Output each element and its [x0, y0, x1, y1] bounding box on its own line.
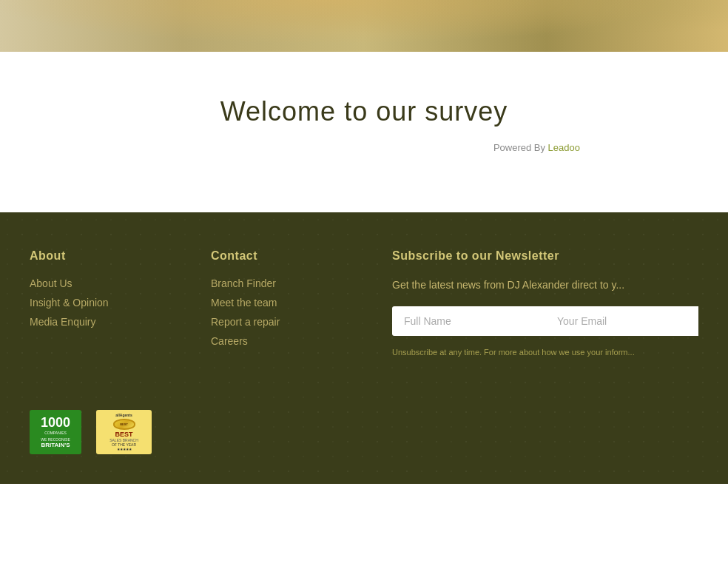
badge-allagents: allAgents BEST BEST SALES BRANCH OF THE …: [96, 410, 152, 454]
footer: About About Us Insight & Opinion Media E…: [0, 212, 728, 484]
footer-newsletter-column: Subscribe to our Newsletter Get the late…: [392, 249, 698, 358]
newsletter-name-input[interactable]: [392, 306, 545, 336]
newsletter-note: Unsubscribe at any time. For more about …: [392, 347, 698, 358]
hero-image: [0, 0, 728, 52]
meet-team-link[interactable]: Meet the team: [211, 297, 363, 309]
footer-columns: About About Us Insight & Opinion Media E…: [30, 249, 698, 358]
footer-badges: 1000 COMPANIES WE RECOGNISE BRITAIN'S al…: [30, 395, 698, 454]
badge-circle-inner: BEST: [120, 422, 128, 426]
badge-allagents-circle: BEST: [113, 419, 135, 429]
contact-heading: Contact: [211, 249, 363, 263]
powered-by-label: Powered By: [493, 142, 545, 153]
media-enquiry-link[interactable]: Media Enquiry: [30, 316, 181, 328]
branch-finder-link[interactable]: Branch Finder: [211, 277, 363, 289]
newsletter-description: Get the latest news from DJ Alexander di…: [392, 277, 698, 293]
newsletter-heading: Subscribe to our Newsletter: [392, 249, 698, 263]
insight-opinion-link[interactable]: Insight & Opinion: [30, 297, 181, 309]
survey-title: Welcome to our survey: [15, 96, 713, 127]
careers-link[interactable]: Careers: [211, 335, 363, 347]
newsletter-email-input[interactable]: [545, 306, 698, 336]
badge-1000-companies: 1000 COMPANIES WE RECOGNISE BRITAIN'S: [30, 410, 81, 454]
badge-allagents-stars: ★★★★★: [117, 447, 132, 451]
survey-section: Welcome to our survey Powered By Leadoo: [0, 52, 728, 212]
badge-allagents-brand: allAgents: [115, 413, 132, 417]
powered-by: Powered By Leadoo: [15, 142, 713, 153]
leadoo-link[interactable]: Leadoo: [548, 142, 580, 153]
footer-contact-column: Contact Branch Finder Meet the team Repo…: [211, 249, 363, 358]
badge-allagents-best: BEST: [115, 431, 132, 439]
footer-about-column: About About Us Insight & Opinion Media E…: [30, 249, 181, 358]
badge-1000-line1: COMPANIES: [44, 431, 67, 436]
newsletter-form: [392, 306, 698, 336]
about-heading: About: [30, 249, 181, 263]
about-us-link[interactable]: About Us: [30, 277, 181, 289]
badge-1000-line3: BRITAIN'S: [41, 442, 70, 448]
report-repair-link[interactable]: Report a repair: [211, 316, 363, 328]
badge-1000-number: 1000: [41, 416, 70, 429]
